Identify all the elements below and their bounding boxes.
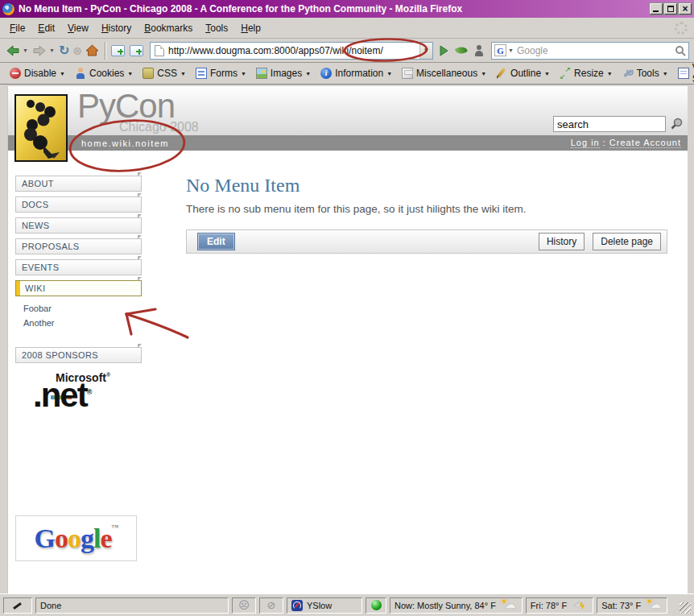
devtoolbar-icon — [256, 68, 267, 79]
devtoolbar-menu[interactable]: Forms ▼ — [192, 66, 250, 81]
sidebar-subitem[interactable]: Another — [23, 316, 142, 330]
maximize-button[interactable] — [664, 3, 677, 14]
web-search-input[interactable] — [517, 45, 673, 56]
dropdown-caret-icon: ▼ — [180, 71, 186, 76]
url-input[interactable] — [168, 45, 419, 56]
google-tm: ™ — [112, 523, 118, 531]
close-button[interactable]: × — [679, 3, 692, 14]
face-status-panel[interactable]: ☹ — [232, 597, 256, 614]
devtoolbar-menu[interactable]: Images ▼ — [252, 66, 315, 81]
breadcrumb-link[interactable]: wiki — [112, 138, 131, 148]
disabled-status-panel[interactable]: ⊘ — [259, 597, 283, 614]
devtoolbar-menu[interactable]: Disable ▼ — [6, 66, 69, 81]
dropdown-caret-icon: ▼ — [127, 71, 133, 76]
forward-button[interactable] — [31, 41, 48, 60]
devtoolbar-icon — [622, 68, 634, 79]
web-developer-toolbar: Disable ▼ Cookies ▼ CSS ▼ Forms ▼ — [0, 63, 694, 85]
devtoolbar-label: CSS — [157, 68, 177, 79]
devtoolbar-menu[interactable]: Resize ▼ — [556, 66, 617, 81]
dropdown-caret-icon: ▼ — [607, 71, 613, 76]
back-dropdown[interactable]: ▼ — [23, 48, 28, 53]
weather-panel[interactable]: Now: Mostly Sunny, 84° F — [390, 597, 523, 614]
sidebar-item[interactable]: PROPOSALS — [15, 238, 142, 254]
devtoolbar-icon — [560, 68, 571, 79]
page-title: No Menu Item — [186, 175, 299, 196]
menu-item[interactable]: View — [61, 19, 95, 37]
sidebar-item[interactable]: DOCS — [15, 196, 142, 213]
devtoolbar-menu[interactable]: CSS ▼ — [138, 66, 190, 81]
google-logo[interactable]: Google™ — [15, 515, 137, 561]
forward-dropdown[interactable]: ▼ — [49, 48, 55, 53]
engine-dropdown[interactable]: ▼ — [508, 48, 514, 53]
sidebar-item[interactable]: EVENTS — [15, 259, 142, 275]
browser-viewport: PyCon Chicago 2008 home . wiki . noitem — [0, 85, 694, 593]
resize-grip[interactable] — [680, 602, 691, 614]
duplicate-tab-icon[interactable] — [130, 45, 143, 56]
menu-item[interactable]: File — [3, 19, 31, 37]
page-favicon — [155, 45, 164, 56]
devtoolbar-menu[interactable]: View Source ▼ — [674, 60, 694, 86]
menu-item[interactable]: Help — [234, 19, 267, 37]
forward-arrow-icon — [32, 44, 47, 57]
minimize-button[interactable] — [650, 3, 663, 14]
devtoolbar-menu[interactable]: Miscellaneous ▼ — [398, 66, 490, 81]
sponsors-header[interactable]: 2008 SPONSORS — [15, 347, 142, 363]
devtoolbar-menu[interactable]: Outline ▼ — [492, 66, 554, 81]
devtoolbar-menu[interactable]: Cookies ▼ — [71, 66, 137, 81]
google-engine-icon[interactable]: G — [494, 44, 506, 56]
sidebar-item-wiki-active[interactable]: WIKI — [15, 280, 142, 296]
google-logo-letter: e — [100, 523, 111, 553]
site-search-input[interactable] — [553, 116, 666, 132]
status-text: Done — [40, 601, 61, 610]
weather-text: Fri: 78° F — [531, 601, 567, 610]
site-search-button[interactable] — [671, 118, 684, 130]
weather-panel[interactable]: Sat: 73° F — [597, 597, 667, 614]
dropdown-caret-icon: ▼ — [386, 71, 392, 76]
menu-item[interactable]: Edit — [31, 19, 61, 37]
stop-button[interactable]: ⊗ — [72, 41, 83, 60]
breadcrumb-link[interactable]: noitem — [135, 138, 169, 148]
devtoolbar-icon — [496, 68, 507, 79]
sage-leaf-icon[interactable] — [455, 45, 468, 56]
identity-icon[interactable] — [474, 45, 484, 56]
reload-button[interactable]: ↻ — [58, 41, 70, 60]
devtoolbar-label: Forms — [210, 68, 238, 79]
sidebar-item[interactable]: ABOUT — [15, 176, 142, 192]
menu-item[interactable]: History — [95, 19, 138, 37]
pen-status-panel — [3, 597, 32, 614]
weather-panel[interactable]: Fri: 78° F — [526, 597, 593, 614]
login-separator: : — [603, 138, 606, 148]
menu-item[interactable]: Tools — [199, 19, 234, 37]
home-button[interactable] — [85, 41, 100, 60]
devtoolbar-menu[interactable]: Information ▼ — [316, 66, 396, 81]
new-tab-icon[interactable] — [111, 45, 125, 56]
yslow-panel[interactable]: YSlow — [287, 597, 362, 614]
edit-button[interactable]: Edit — [197, 233, 235, 250]
google-logo-letter: g — [81, 523, 93, 553]
sidebar-item[interactable]: NEWS — [15, 217, 142, 234]
firefox-icon — [2, 3, 14, 15]
weather-icon — [645, 598, 663, 612]
reload-icon: ↻ — [59, 43, 69, 58]
google-logo-letter: G — [35, 523, 55, 553]
back-button[interactable] — [5, 41, 21, 60]
create-account-link[interactable]: Create Account — [609, 138, 681, 148]
breadcrumb-link[interactable]: home — [81, 138, 109, 148]
back-arrow-icon — [6, 44, 20, 57]
orb-panel[interactable] — [366, 597, 386, 614]
menu-item[interactable]: Bookmarks — [138, 19, 199, 37]
go-button[interactable] — [436, 41, 451, 60]
log-in-link[interactable]: Log in — [571, 138, 600, 148]
yslow-label: YSlow — [307, 601, 332, 610]
microsoft-net-logo[interactable]: Microsoft® .net® — [20, 368, 139, 418]
url-history-dropdown[interactable]: ▼ — [419, 43, 432, 59]
devtoolbar-icon — [75, 68, 86, 79]
devtoolbar-label: Miscellaneous — [416, 68, 477, 79]
devtoolbar-label: Outline — [510, 68, 541, 79]
magnifier-icon[interactable] — [675, 45, 686, 56]
sidebar-subitem[interactable]: Foobar — [23, 301, 142, 316]
pycon-logo[interactable] — [14, 94, 68, 162]
devtoolbar-menu[interactable]: Tools ▼ — [618, 66, 672, 81]
history-button[interactable]: History — [539, 233, 585, 250]
delete-page-button[interactable]: Delete page — [593, 233, 661, 250]
